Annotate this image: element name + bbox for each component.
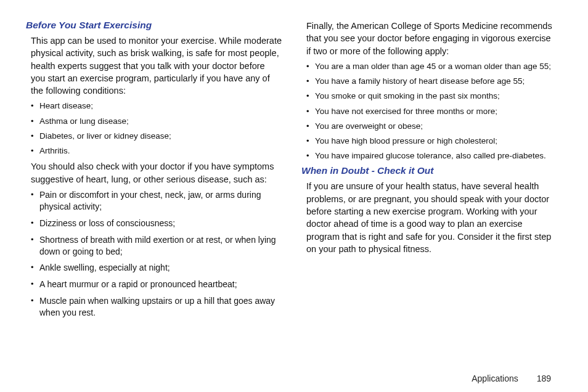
content-columns: Before You Start Exercising This app can…	[31, 20, 557, 324]
page-number: 189	[537, 374, 551, 383]
list-item: You have a family history of heart disea…	[306, 76, 557, 87]
list-item: Arthritis.	[31, 145, 282, 157]
list-item: You are overweight or obese;	[306, 121, 557, 132]
intro-paragraph: This app can be used to monitor your exe…	[31, 35, 282, 97]
list-item: Muscle pain when walking upstairs or up …	[31, 295, 282, 319]
list-item: Dizziness or loss of consciousness;	[31, 218, 282, 229]
risk-factor-list: You are a man older than age 45 or a wom…	[306, 61, 557, 162]
list-item: Ankle swelling, especially at night;	[31, 262, 282, 274]
list-item: You are a man older than age 45 or a wom…	[306, 61, 557, 72]
conditions-list: Heart disease;Asthma or lung disease;Dia…	[31, 100, 282, 157]
heading-before-you-start: Before You Start Exercising	[26, 20, 282, 31]
list-item: Shortness of breath with mild exertion o…	[31, 234, 282, 258]
right-column: Finally, the American College of Sports …	[306, 20, 557, 324]
list-item: You have impaired glucose tolerance, als…	[306, 150, 557, 161]
list-item: A heart murmur or a rapid or pronounced …	[31, 279, 282, 290]
footer-section-label: Applications	[472, 374, 518, 383]
list-item: Asthma or lung disease;	[31, 116, 282, 127]
page-footer: Applications 189	[472, 374, 551, 383]
left-column: Before You Start Exercising This app can…	[31, 20, 282, 324]
symptoms-list: Pain or discomfort in your chest, neck, …	[31, 189, 282, 319]
list-item: You have not exercised for three months …	[306, 106, 557, 117]
list-item: Heart disease;	[31, 100, 282, 112]
list-item: You have high blood pressure or high cho…	[306, 136, 557, 147]
list-item: Diabetes, or liver or kidney disease;	[31, 131, 282, 142]
heading-when-in-doubt: When in Doubt - Check it Out	[301, 165, 557, 176]
list-item: Pain or discomfort in your chest, neck, …	[31, 189, 282, 213]
list-item: You smoke or quit smoking in the past si…	[306, 91, 557, 102]
acsm-paragraph: Finally, the American College of Sports …	[306, 20, 557, 57]
symptoms-intro: You should also check with your doctor i…	[31, 160, 282, 186]
doubt-paragraph: If you are unsure of your health status,…	[306, 180, 557, 255]
